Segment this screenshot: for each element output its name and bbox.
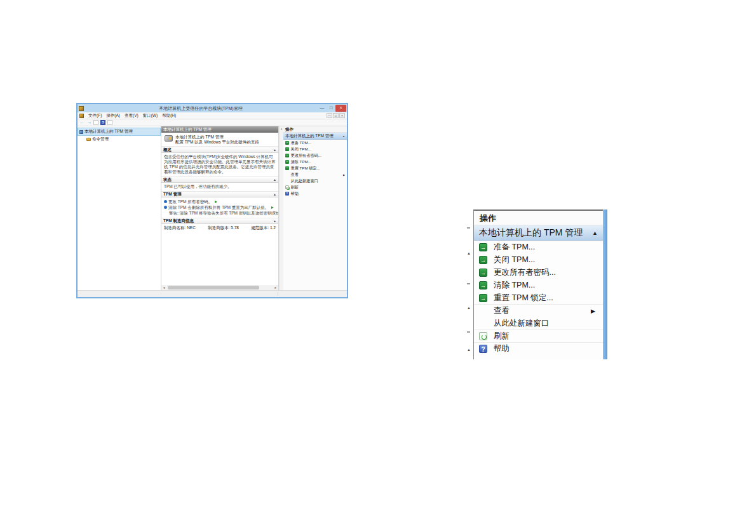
go-arrow-icon[interactable] — [215, 201, 217, 203]
refresh-icon — [479, 332, 487, 340]
menu-action[interactable]: 操作(A) — [106, 113, 120, 119]
fragment-collapse-icon: ▲ — [467, 348, 471, 352]
action-label: 准备 TPM... — [494, 242, 535, 253]
action-label: 帮助 — [494, 343, 510, 354]
action-prepare-tpm[interactable]: → 准备 TPM... — [474, 241, 603, 253]
status-bar — [78, 290, 347, 297]
actions-group-header[interactable]: 本地计算机上的 TPM 管理 ▲ — [283, 133, 347, 140]
action-refresh[interactable]: 刷新 — [283, 184, 347, 190]
collapse-icon[interactable]: ▲ — [342, 135, 345, 138]
help-icon: ? — [479, 345, 487, 353]
action-prepare-tpm[interactable]: → 准备 TPM... — [283, 140, 347, 146]
action-new-window-from-here[interactable]: 从此处新建窗口 — [283, 178, 347, 184]
action-reset-tpm-lockout[interactable]: → 重置 TPM 锁定... — [474, 291, 603, 304]
collapse-icon[interactable]: ▲ — [592, 230, 598, 236]
action-label: 刷新 — [291, 185, 299, 190]
action-reset-tpm-lockout[interactable]: → 重置 TPM 锁定... — [283, 165, 347, 171]
action-label: 查看 — [494, 305, 510, 316]
tpm-management-body: 更改 TPM 所有者密码。 清除 TPM 会删除所有权并将 TPM 重置为出厂默… — [161, 197, 278, 218]
action-clear-tpm[interactable]: → 清除 TPM... — [283, 159, 347, 165]
status-bar-separator — [278, 292, 278, 296]
menu-view[interactable]: 查看(V) — [125, 113, 138, 119]
vertical-scrollbar[interactable]: ▲ — [279, 126, 283, 290]
intro-block: 本地计算机上的 TPM 管理 配置 TPM 以及 Windows 平台对此硬件的… — [161, 133, 278, 147]
go-arrow-icon[interactable] — [271, 206, 274, 209]
info-icon — [164, 206, 167, 209]
manufacturer-version: 制造商版本: 5.78 — [208, 225, 239, 231]
label: 制造商名称: — [164, 225, 186, 230]
section-header-status[interactable]: 状态 ▲ — [161, 176, 278, 183]
tree-item-label: 本地计算机上的 TPM 管理 — [84, 129, 133, 135]
minimize-button[interactable]: — — [318, 105, 327, 112]
warning-line: 警告: 清除 TPM 将导致丢失所有 TPM 密钥以及这些密钥保护的数据。 — [164, 210, 276, 216]
scrollbar-thumb[interactable] — [168, 286, 259, 289]
value: 5.78 — [231, 225, 239, 230]
actions-group-header[interactable]: 本地计算机上的 TPM 管理 ▲ — [474, 225, 603, 241]
action-label: 刷新 — [494, 331, 510, 342]
section-header-tpm-management[interactable]: TPM 管理 ▲ — [161, 191, 278, 197]
fragment-mark — [467, 227, 470, 229]
action-label: 帮助 — [291, 191, 299, 197]
fragment-collapse-icon: ▲ — [467, 251, 471, 255]
action-change-owner-password[interactable]: → 更改所有者密码... — [474, 266, 603, 279]
action-label: 关闭 TPM... — [494, 255, 535, 265]
menu-file[interactable]: 文件(F) — [88, 113, 102, 119]
forward-icon[interactable]: → — [86, 120, 91, 125]
child-minimize-button[interactable]: — — [327, 113, 332, 118]
action-refresh[interactable]: 刷新 — [474, 329, 603, 342]
child-close-button[interactable]: × — [339, 113, 345, 118]
action-turn-off-tpm[interactable]: → 关闭 TPM... — [283, 146, 347, 152]
tpm-mmc-window: 本地计算机上受信任的平台模块(TPM)管理 — □ × 文件(F) 操作(A) … — [76, 103, 348, 298]
scroll-up-icon[interactable]: ▲ — [280, 127, 283, 130]
tree-item-command-management[interactable]: 命令管理 — [85, 136, 161, 143]
help-icon[interactable]: ? — [100, 120, 105, 125]
tree-item-tpm-management[interactable]: 本地计算机上的 TPM 管理 — [78, 128, 161, 136]
label: 制造商版本: — [208, 225, 229, 230]
action-new-window-from-here[interactable]: 从此处新建窗口 — [474, 317, 603, 329]
fragment-collapse-icon: ▲ — [467, 306, 471, 310]
section-title: TPM 管理 — [163, 192, 182, 197]
action-view[interactable]: 查看 ▶ — [474, 304, 603, 317]
maximize-button[interactable]: □ — [327, 105, 335, 112]
section-header-overview[interactable]: 概述 ▲ — [161, 147, 278, 153]
window-titlebar[interactable]: 本地计算机上受信任的平台模块(TPM)管理 — □ × — [78, 104, 347, 112]
action-help[interactable]: ? 帮助 — [474, 342, 603, 355]
menu-window[interactable]: 窗口(W) — [143, 113, 158, 119]
action-clear-tpm[interactable]: → 清除 TPM... — [474, 279, 603, 291]
value: 1.2 — [270, 225, 276, 230]
section-header-manufacturer[interactable]: TPM 制造商信息 ▲ — [161, 218, 278, 224]
help-icon: ? — [285, 192, 289, 196]
manufacturer-body: 制造商名称: NEC 制造商版本: 5.78 规范版本: 1.2 — [161, 224, 278, 232]
collapse-icon[interactable]: ▲ — [273, 148, 276, 152]
collapse-icon[interactable]: ▲ — [273, 219, 276, 223]
show-console-tree-icon[interactable] — [93, 120, 98, 125]
menu-help[interactable]: 帮助(H) — [162, 113, 176, 119]
zoomed-window-border — [603, 209, 607, 359]
folder-icon — [86, 138, 91, 141]
back-icon[interactable]: ← — [79, 120, 84, 125]
scroll-right-icon[interactable]: ► — [273, 286, 278, 289]
action-label: 从此处新建窗口 — [291, 178, 318, 184]
action-turn-off-tpm[interactable]: → 关闭 TPM... — [474, 253, 603, 266]
collapse-icon[interactable]: ▲ — [273, 178, 276, 182]
actions-pane-title: 操作 — [474, 211, 603, 225]
action-label: 关闭 TPM... — [291, 147, 311, 152]
action-change-owner-password[interactable]: → 更改所有者密码... — [283, 152, 347, 159]
action-label: 清除 TPM... — [291, 159, 311, 165]
spec-version: 规范版本: 1.2 — [251, 225, 276, 231]
scroll-left-icon[interactable]: ◄ — [161, 286, 166, 289]
action-label: 查看 — [291, 172, 299, 178]
actions-pane: 操作 本地计算机上的 TPM 管理 ▲ → 准备 TPM... → 关闭 TPM… — [283, 126, 347, 290]
close-button[interactable]: × — [335, 105, 346, 112]
action-label: 更改所有者密码... — [494, 267, 556, 278]
collapse-icon[interactable]: ▲ — [273, 192, 276, 196]
line-text: 更改 TPM 所有者密码。 — [168, 199, 212, 204]
action-arrow-icon: → — [479, 269, 487, 277]
horizontal-scrollbar[interactable]: ◄ ► — [161, 285, 278, 290]
action-view[interactable]: 查看 ▶ — [283, 171, 347, 178]
action-help[interactable]: ? 帮助 — [283, 190, 347, 197]
child-maximize-button[interactable]: □ — [333, 113, 339, 118]
window-body: 本地计算机上的 TPM 管理 命令管理 本地计算机上的 TPM 管理 本地计算机… — [78, 126, 347, 290]
standard-toolbar-icon[interactable] — [107, 120, 112, 125]
tpm-node-icon — [79, 130, 83, 134]
